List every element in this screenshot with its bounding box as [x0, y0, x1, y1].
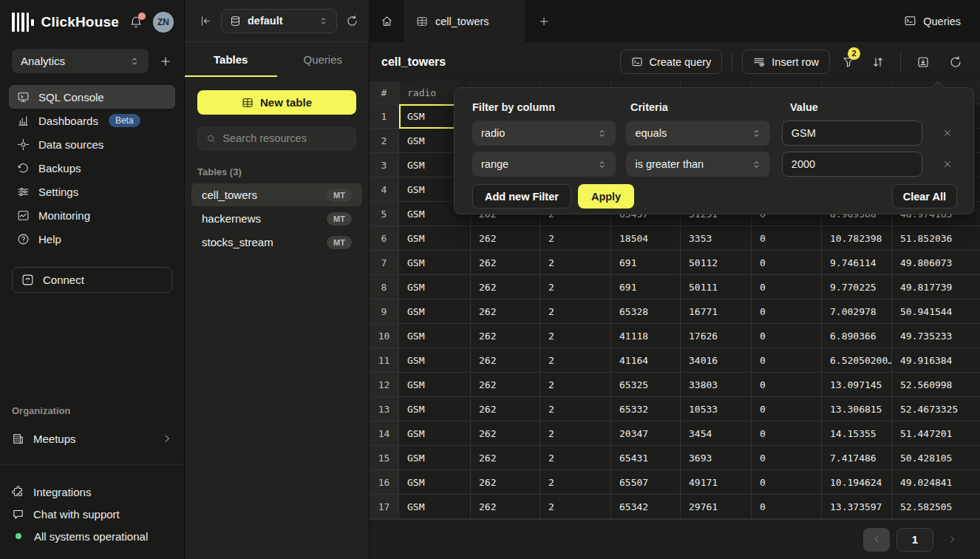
table-cell[interactable]: 10.782398 [822, 226, 892, 251]
table-cell[interactable]: GSM [399, 299, 471, 324]
new-tab-button[interactable] [526, 0, 562, 42]
queries-button[interactable]: Queries [885, 0, 980, 42]
sidebar-item-dashboards[interactable]: Dashboards Beta [9, 109, 175, 132]
table-cell[interactable]: GSM [399, 324, 471, 348]
table-cell[interactable]: 262 [471, 226, 540, 251]
table-cell[interactable]: 0 [752, 421, 822, 446]
table-cell[interactable]: GSM [399, 495, 471, 519]
filter-value-input[interactable] [782, 152, 922, 177]
table-cell[interactable]: 65328 [611, 299, 681, 324]
table-cell[interactable]: 29761 [681, 495, 752, 519]
table-cell[interactable]: 17626 [681, 324, 752, 348]
table-cell[interactable]: 262 [471, 348, 540, 373]
remove-filter-button[interactable] [939, 123, 957, 143]
table-cell[interactable]: 7.002978 [822, 299, 892, 324]
filter-criteria-select[interactable]: equals [626, 121, 769, 146]
table-cell[interactable]: 10.194624 [822, 470, 892, 495]
table-cell[interactable]: 0 [752, 397, 822, 421]
add-filter-button[interactable]: Add new Filter [472, 184, 571, 209]
table-cell[interactable]: 2 [540, 421, 611, 446]
chat-support-link[interactable]: Chat with support [12, 503, 172, 525]
table-cell[interactable]: 49.024841 [892, 470, 980, 495]
table-cell[interactable]: 10533 [681, 397, 752, 421]
notifications-button[interactable] [129, 16, 143, 29]
sidebar-item-backups[interactable]: Backups [9, 156, 175, 180]
table-cell[interactable]: 262 [471, 373, 540, 397]
prev-page-button[interactable] [863, 528, 890, 552]
filter-criteria-select[interactable]: is greater than [626, 152, 769, 177]
table-cell[interactable]: 6.890366 [822, 324, 892, 348]
tab-tables[interactable]: Tables [185, 42, 277, 77]
table-cell[interactable]: GSM [399, 373, 471, 397]
table-cell[interactable]: 2 [540, 446, 611, 470]
table-cell[interactable]: 49.817739 [892, 275, 980, 299]
table-cell[interactable]: 16771 [681, 299, 752, 324]
table-cell[interactable]: 262 [471, 324, 540, 348]
table-cell[interactable]: 20347 [611, 421, 681, 446]
table-cell[interactable]: 34016 [681, 348, 752, 373]
table-cell[interactable]: 52.582505 [892, 495, 980, 519]
table-cell[interactable]: 2 [540, 495, 611, 519]
table-cell[interactable]: 65342 [611, 495, 681, 519]
table-cell[interactable]: 262 [471, 397, 540, 421]
table-cell[interactable]: 262 [471, 251, 540, 275]
integrations-link[interactable]: Integrations [12, 481, 172, 503]
table-cell[interactable]: 0 [752, 470, 822, 495]
table-cell[interactable]: GSM [399, 446, 471, 470]
table-cell[interactable]: 9.770225 [822, 275, 892, 299]
table-cell[interactable]: 262 [471, 495, 540, 519]
table-cell[interactable]: 2 [540, 226, 611, 251]
table-cell[interactable]: GSM [399, 348, 471, 373]
table-cell[interactable]: 49171 [681, 470, 752, 495]
table-cell[interactable]: GSM [399, 470, 471, 495]
table-cell[interactable]: 691 [611, 275, 681, 299]
table-cell[interactable]: 52.560998 [892, 373, 980, 397]
table-cell[interactable]: 262 [471, 470, 540, 495]
table-cell[interactable]: 65431 [611, 446, 681, 470]
table-cell[interactable]: 50112 [681, 251, 752, 275]
filter-column-select[interactable]: radio [472, 121, 616, 146]
table-cell[interactable]: 2 [540, 397, 611, 421]
table-cell[interactable]: 0 [752, 324, 822, 348]
table-cell[interactable]: 2 [540, 470, 611, 495]
filter-button[interactable]: 2 [836, 50, 861, 75]
filter-column-select[interactable]: range [472, 152, 616, 177]
table-cell[interactable]: 0 [752, 446, 822, 470]
table-cell[interactable]: 3353 [681, 226, 752, 251]
system-status-link[interactable]: All systems operational [12, 525, 172, 547]
table-cell[interactable]: 2 [540, 348, 611, 373]
table-cell[interactable]: 49.735233 [892, 324, 980, 348]
search-resources-input[interactable] [222, 132, 347, 144]
table-cell[interactable]: 691 [611, 251, 681, 275]
table-cell[interactable]: 50111 [681, 275, 752, 299]
new-table-button[interactable]: New table [197, 90, 356, 115]
table-cell[interactable]: 7.417486 [822, 446, 892, 470]
column-header[interactable]: # [370, 81, 399, 104]
page-number[interactable]: 1 [896, 528, 933, 552]
database-select[interactable]: default [221, 9, 337, 33]
table-cell[interactable]: 3454 [681, 421, 752, 446]
table-cell[interactable]: 50.428105 [892, 446, 980, 470]
table-cell[interactable]: 51.852036 [892, 226, 980, 251]
table-cell[interactable]: 262 [471, 421, 540, 446]
table-cell[interactable]: 262 [471, 275, 540, 299]
remove-filter-button[interactable] [939, 155, 957, 174]
sidebar-item-settings[interactable]: Settings [9, 180, 175, 203]
insert-row-button[interactable]: Insert row [742, 50, 830, 74]
filter-value-input[interactable] [782, 121, 922, 146]
table-cell[interactable]: 50.941544 [892, 299, 980, 324]
table-cell[interactable]: 49.806073 [892, 251, 980, 275]
table-cell[interactable]: 13.306815 [822, 397, 892, 421]
table-cell[interactable]: 18504 [611, 226, 681, 251]
tab-cell-towers[interactable]: cell_towers [404, 0, 526, 42]
table-cell[interactable]: GSM [399, 226, 471, 251]
apply-button[interactable]: Apply [578, 184, 634, 209]
add-workspace-button[interactable] [159, 55, 172, 68]
table-cell[interactable]: 0 [752, 226, 822, 251]
table-cell[interactable]: 65507 [611, 470, 681, 495]
resource-item-stocks-stream[interactable]: stocks_stream MT [191, 231, 362, 254]
home-button[interactable] [370, 0, 404, 42]
collapse-panel-button[interactable] [200, 15, 212, 27]
table-cell[interactable]: 2 [540, 275, 611, 299]
table-cell[interactable]: 41118 [611, 324, 681, 348]
